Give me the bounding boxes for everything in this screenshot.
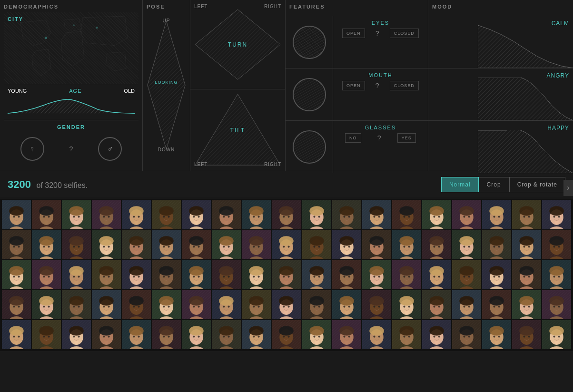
selfie-item[interactable] <box>152 260 181 289</box>
selfie-item[interactable] <box>242 230 271 259</box>
selfie-item[interactable] <box>272 320 301 349</box>
selfie-item[interactable] <box>452 290 481 319</box>
pose-tilt-panel[interactable]: TILT LEFT RIGHT <box>190 89 285 171</box>
selfie-item[interactable] <box>242 200 271 229</box>
selfie-item[interactable] <box>512 320 541 349</box>
selfie-item[interactable] <box>512 200 541 229</box>
selfie-item[interactable] <box>182 290 211 319</box>
selfie-item[interactable] <box>302 290 331 319</box>
selfie-item[interactable] <box>242 260 271 289</box>
selfie-item[interactable] <box>392 200 421 229</box>
selfie-item[interactable] <box>122 230 151 259</box>
selfie-item[interactable] <box>422 260 451 289</box>
selfie-item[interactable] <box>482 260 511 289</box>
mouth-closed-btn[interactable]: CLOSED <box>390 81 419 90</box>
selfie-item[interactable] <box>392 320 421 349</box>
selfie-item[interactable] <box>122 320 151 349</box>
mouth-circle-cell[interactable] <box>286 69 333 120</box>
selfie-item[interactable] <box>362 200 391 229</box>
selfie-item[interactable] <box>182 200 211 229</box>
selfie-item[interactable] <box>422 290 451 319</box>
selfie-item[interactable] <box>212 200 241 229</box>
selfie-item[interactable] <box>2 200 31 229</box>
selfie-item[interactable] <box>482 200 511 229</box>
selfie-item[interactable] <box>512 290 541 319</box>
selfie-item[interactable] <box>362 230 391 259</box>
selfie-item[interactable] <box>2 320 31 349</box>
selfie-item[interactable] <box>422 320 451 349</box>
eyes-open-btn[interactable]: OPEN <box>342 29 365 38</box>
selfie-item[interactable] <box>182 320 211 349</box>
selfie-item[interactable] <box>542 320 571 349</box>
eyes-closed-btn[interactable]: CLOSED <box>390 29 419 38</box>
selfie-item[interactable] <box>392 230 421 259</box>
selfie-item[interactable] <box>362 290 391 319</box>
selfie-item[interactable] <box>302 230 331 259</box>
view-crop-btn[interactable]: Crop <box>479 177 509 192</box>
selfie-item[interactable] <box>242 320 271 349</box>
mouth-open-btn[interactable]: OPEN <box>342 81 365 90</box>
selfie-item[interactable] <box>92 320 121 349</box>
view-normal-btn[interactable]: Normal <box>441 177 479 192</box>
glasses-yes-btn[interactable]: YES <box>397 133 416 143</box>
selfie-item[interactable] <box>62 200 91 229</box>
selfie-item[interactable] <box>182 260 211 289</box>
selfie-item[interactable] <box>92 260 121 289</box>
selfie-item[interactable] <box>242 290 271 319</box>
selfie-item[interactable] <box>512 230 541 259</box>
selfie-item[interactable] <box>542 260 571 289</box>
selfie-item[interactable] <box>362 320 391 349</box>
selfie-item[interactable] <box>422 230 451 259</box>
selfie-item[interactable] <box>62 320 91 349</box>
selfie-item[interactable] <box>452 260 481 289</box>
selfie-item[interactable] <box>122 200 151 229</box>
selfie-item[interactable] <box>182 230 211 259</box>
selfie-item[interactable] <box>482 290 511 319</box>
selfie-item[interactable] <box>32 230 61 259</box>
selfie-item[interactable] <box>62 230 91 259</box>
glasses-circle-cell[interactable] <box>286 121 333 173</box>
selfie-item[interactable] <box>512 260 541 289</box>
pose-looking-panel[interactable]: POSE UP LOOKING DOWN <box>143 0 190 171</box>
selfie-item[interactable] <box>542 230 571 259</box>
selfie-item[interactable] <box>122 290 151 319</box>
selfie-item[interactable] <box>302 200 331 229</box>
female-circle[interactable]: ♀ <box>20 137 44 161</box>
pose-turn-panel[interactable]: LEFT RIGHT TURN <box>190 0 285 89</box>
selfie-item[interactable] <box>302 320 331 349</box>
selfie-item[interactable] <box>332 260 361 289</box>
mood-angry-row[interactable]: ANGRY <box>428 69 573 121</box>
selfie-item[interactable] <box>122 260 151 289</box>
city-panel[interactable]: CITY <box>4 12 138 84</box>
selfie-item[interactable] <box>272 290 301 319</box>
age-panel[interactable]: YOUNG AGE OLD <box>4 84 138 120</box>
mood-happy-row[interactable]: HAPPY <box>428 121 573 173</box>
selfie-item[interactable] <box>302 260 331 289</box>
selfie-item[interactable] <box>542 200 571 229</box>
selfie-item[interactable] <box>452 230 481 259</box>
selfie-item[interactable] <box>272 200 301 229</box>
selfie-item[interactable] <box>272 260 301 289</box>
selfie-item[interactable] <box>392 260 421 289</box>
selfie-item[interactable] <box>392 290 421 319</box>
selfie-item[interactable] <box>2 230 31 259</box>
selfie-item[interactable] <box>152 320 181 349</box>
selfie-item[interactable] <box>332 200 361 229</box>
scroll-hint[interactable]: › <box>563 180 573 196</box>
gender-panel[interactable]: GENDER ♀ ? ♂ <box>4 120 138 167</box>
selfie-item[interactable] <box>62 260 91 289</box>
male-circle[interactable]: ♂ <box>98 137 122 161</box>
mood-calm-row[interactable]: CALM <box>428 16 573 69</box>
eyes-circle-cell[interactable] <box>286 16 333 68</box>
selfie-item[interactable] <box>332 230 361 259</box>
selfie-item[interactable] <box>212 230 241 259</box>
selfie-item[interactable] <box>62 290 91 319</box>
selfie-item[interactable] <box>32 200 61 229</box>
selfie-item[interactable] <box>152 230 181 259</box>
view-crop-rotate-btn[interactable]: Crop & rotate <box>509 177 565 192</box>
selfie-item[interactable] <box>212 320 241 349</box>
selfie-item[interactable] <box>32 320 61 349</box>
selfie-item[interactable] <box>2 260 31 289</box>
selfie-item[interactable] <box>452 200 481 229</box>
selfie-item[interactable] <box>32 290 61 319</box>
